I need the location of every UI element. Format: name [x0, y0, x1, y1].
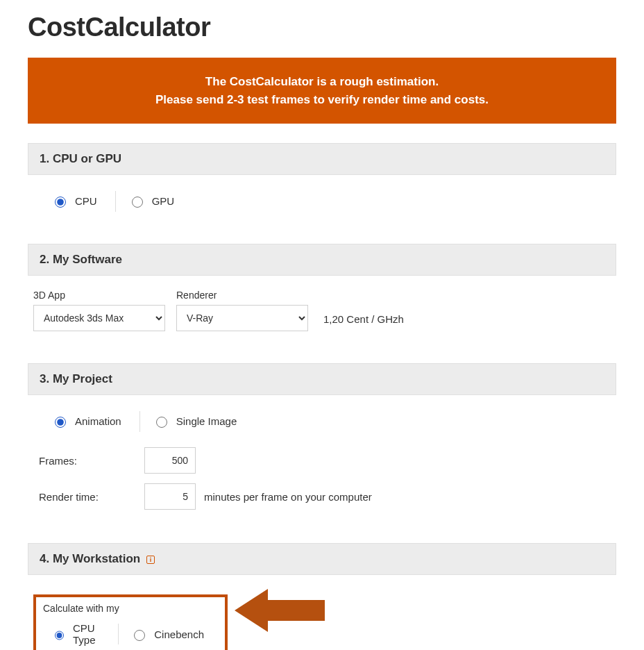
app-label: 3D App [33, 290, 165, 301]
radio-single-image-label: Single Image [176, 415, 237, 427]
app-select[interactable]: Autodesk 3ds Max [33, 305, 165, 331]
renderer-select[interactable]: V-Ray [176, 305, 308, 331]
radio-cinebench[interactable]: Cinebench [118, 624, 222, 645]
info-banner-line2: Please send 2-3 test frames to verify re… [42, 91, 602, 109]
radio-animation-label: Animation [75, 415, 121, 427]
render-time-input[interactable] [144, 483, 196, 510]
radio-cpu[interactable]: CPU [39, 190, 115, 212]
frames-label: Frames: [39, 455, 136, 467]
radio-gpu[interactable]: GPU [116, 190, 193, 212]
radio-cpu-type[interactable]: CPU Type [39, 618, 118, 650]
price-label: 1,20 Cent / GHzh [323, 313, 404, 331]
radio-gpu-input[interactable] [132, 197, 143, 208]
radio-animation-input[interactable] [55, 417, 66, 428]
info-icon[interactable]: i [146, 556, 155, 564]
render-time-suffix: minutes per frame on your computer [204, 491, 372, 503]
radio-cpu-label: CPU [75, 195, 97, 207]
renderer-label: Renderer [176, 290, 308, 301]
radio-cinebench-input[interactable] [134, 630, 145, 641]
radio-cinebench-label: Cinebench [154, 628, 204, 640]
render-time-label: Render time: [39, 491, 136, 503]
calculate-with-label: Calculate with my [43, 603, 222, 614]
info-banner: The CostCalculator is a rough estimation… [28, 58, 616, 124]
radio-cpu-type-label: CPU Type [73, 622, 100, 646]
highlight-box: Calculate with my CPU Type Cinebench [33, 594, 228, 650]
section-3-heading: 3. My Project [28, 363, 616, 395]
section-2-heading: 2. My Software [28, 244, 616, 276]
frames-input[interactable] [144, 447, 196, 474]
radio-single-image-input[interactable] [156, 417, 167, 428]
radio-animation[interactable]: Animation [39, 410, 139, 432]
arrow-left-icon [235, 589, 325, 632]
page-title: CostCalculator [28, 12, 616, 42]
section-1-heading: 1. CPU or GPU [28, 143, 616, 175]
arrow-annotation [235, 589, 325, 635]
section-4-heading-text: 4. My Workstation [40, 552, 140, 565]
radio-single-image[interactable]: Single Image [140, 410, 255, 432]
svg-marker-0 [235, 589, 325, 632]
radio-gpu-label: GPU [152, 195, 175, 207]
section-4-heading: 4. My Workstation i [28, 543, 616, 575]
radio-cpu-input[interactable] [55, 197, 66, 208]
info-banner-line1: The CostCalculator is a rough estimation… [42, 73, 602, 91]
radio-cpu-type-input[interactable] [55, 630, 64, 641]
